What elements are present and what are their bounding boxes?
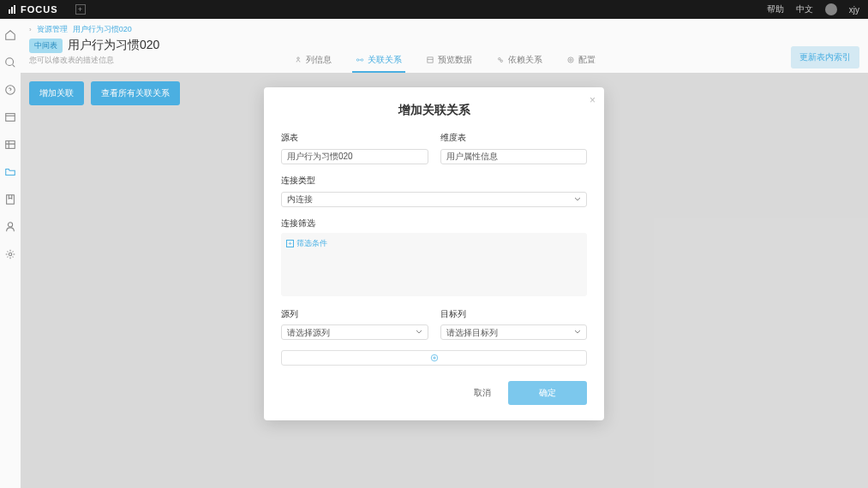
source-col-label: 源列 xyxy=(281,308,428,320)
dim-table-input[interactable] xyxy=(440,149,588,164)
plus-circle-icon xyxy=(430,354,439,362)
close-icon[interactable]: × xyxy=(590,94,596,106)
modal-title: 增加关联关系 xyxy=(281,103,587,118)
plus-icon: + xyxy=(286,240,294,247)
source-table-input[interactable] xyxy=(281,149,428,164)
confirm-button[interactable]: 确定 xyxy=(508,381,587,405)
add-column-pair-button[interactable] xyxy=(281,350,587,366)
add-relation-modal: × 增加关联关系 源表 维度表 连接类型 内连接 连接筛选 + 筛选条件 源列 … xyxy=(264,87,604,420)
target-col-select[interactable]: 请选择目标列 xyxy=(440,324,588,340)
dim-table-label: 维度表 xyxy=(440,132,588,144)
target-col-label: 目标列 xyxy=(440,308,588,320)
join-filter-label: 连接筛选 xyxy=(281,217,587,229)
filter-add-label: 筛选条件 xyxy=(296,238,327,249)
source-col-select[interactable]: 请选择源列 xyxy=(281,324,428,340)
cancel-button[interactable]: 取消 xyxy=(457,382,508,404)
join-type-select[interactable]: 内连接 xyxy=(281,192,587,207)
join-type-label: 连接类型 xyxy=(281,175,587,187)
filter-box: + 筛选条件 xyxy=(281,233,587,296)
source-table-label: 源表 xyxy=(281,132,428,144)
add-filter-button[interactable]: + 筛选条件 xyxy=(286,238,582,249)
